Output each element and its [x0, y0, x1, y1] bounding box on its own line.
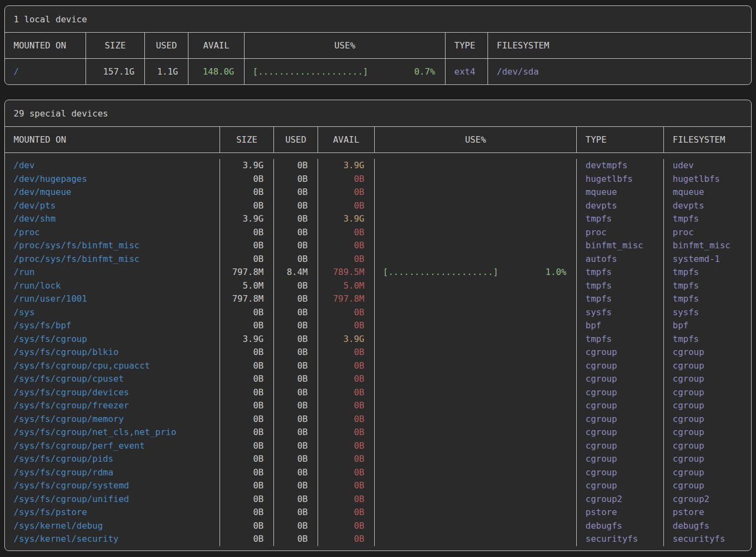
size-cell: 0B: [220, 426, 274, 439]
mount-point-cell: /sys/fs/cgroup/net_cls,net_prio: [5, 426, 220, 439]
size-cell: 0B: [220, 359, 274, 373]
used-cell: 0B: [274, 346, 318, 359]
use-percent-cell: [375, 212, 577, 226]
device-row: /sys 0B 0B 0B sysfs sysfs: [5, 306, 751, 320]
use-percent-cell: [375, 372, 577, 386]
size-cell: 0B: [220, 519, 274, 533]
usage-percent: 0.7%: [414, 59, 435, 84]
used-cell: 0B: [274, 426, 318, 439]
avail-cell: 0B: [318, 359, 375, 373]
type-cell: pstore: [577, 506, 664, 519]
filesystem-cell: cgroup: [664, 346, 751, 359]
device-row: /sys/fs/cgroup/rdma 0B 0B 0B cgroup cgro…: [5, 466, 751, 480]
type-cell: cgroup: [577, 372, 664, 386]
used-cell: 0B: [274, 159, 318, 173]
mount-point-cell: /sys/fs/pstore: [5, 506, 220, 519]
filesystem-cell: securityfs: [664, 532, 751, 546]
avail-cell: 0B: [318, 346, 375, 359]
filesystem-cell: proc: [664, 226, 751, 240]
filesystem-cell: hugetlbfs: [664, 173, 751, 186]
filesystem-cell: cgroup: [664, 466, 751, 480]
used-cell: 0B: [274, 493, 318, 506]
device-row: /proc/sys/fs/binfmt_misc 0B 0B 0B binfmt…: [5, 239, 751, 253]
device-row: /proc 0B 0B 0B proc proc: [5, 226, 751, 240]
filesystem-cell: bpf: [664, 319, 751, 333]
header-type: TYPE: [446, 33, 488, 58]
usage-bar: [....................]: [253, 59, 368, 84]
mount-point-cell: /sys/fs/cgroup/cpu,cpuacct: [5, 359, 220, 373]
filesystem-cell: /dev/sda: [488, 59, 751, 84]
size-cell: 0B: [220, 399, 274, 413]
use-percent-cell: [375, 226, 577, 240]
type-cell: autofs: [577, 253, 664, 266]
device-row: /run/user/1001 797.8M 0B 797.8M tmpfs tm…: [5, 292, 751, 306]
device-row: /sys/fs/cgroup/blkio 0B 0B 0B cgroup cgr…: [5, 346, 751, 359]
type-cell: cgroup: [577, 346, 664, 359]
avail-cell: 0B: [318, 186, 375, 199]
header-avail: AVAIL: [318, 127, 375, 152]
used-cell: 0B: [274, 253, 318, 266]
mount-point-cell: /proc/sys/fs/binfmt_misc: [5, 239, 220, 253]
avail-cell: 0B: [318, 226, 375, 240]
mount-point-cell: /sys/fs/cgroup/blkio: [5, 346, 220, 359]
use-percent-cell: [375, 399, 577, 413]
used-cell: 0B: [274, 413, 318, 426]
size-cell: 0B: [220, 226, 274, 240]
use-percent-cell: [375, 506, 577, 519]
avail-cell: 5.0M: [318, 279, 375, 293]
header-filesystem: FILESYSTEM: [664, 127, 751, 152]
avail-cell: 0B: [318, 413, 375, 426]
header-avail: AVAIL: [188, 33, 245, 58]
used-cell: 0B: [274, 306, 318, 320]
type-cell: securityfs: [577, 532, 664, 546]
avail-cell: 0B: [318, 466, 375, 480]
device-row: /sys/fs/cgroup/net_cls,net_prio 0B 0B 0B…: [5, 426, 751, 439]
header-used: USED: [145, 33, 188, 58]
size-cell: 0B: [220, 319, 274, 333]
header-use-pct: USE%: [245, 33, 446, 58]
used-cell: 0B: [274, 279, 318, 293]
used-cell: 0B: [274, 479, 318, 493]
type-cell: bpf: [577, 319, 664, 333]
filesystem-cell: sysfs: [664, 306, 751, 320]
device-row: /run 797.8M 8.4M 789.5M [...............…: [5, 266, 751, 279]
special-devices-title: 29 special devices: [5, 100, 751, 127]
avail-cell: 0B: [318, 253, 375, 266]
avail-cell: 0B: [318, 239, 375, 253]
used-cell: 0B: [274, 466, 318, 480]
device-row: /run/lock 5.0M 0B 5.0M tmpfs tmpfs: [5, 279, 751, 293]
use-percent-cell: [375, 253, 577, 266]
device-row: /dev 3.9G 0B 3.9G devtmpfs udev: [5, 159, 751, 173]
type-cell: cgroup2: [577, 493, 664, 506]
use-percent-cell: [375, 173, 577, 186]
type-cell: tmpfs: [577, 292, 664, 306]
device-row: /sys/fs/bpf 0B 0B 0B bpf bpf: [5, 319, 751, 333]
size-cell: 0B: [220, 506, 274, 519]
avail-cell: 0B: [318, 506, 375, 519]
device-row: /sys/fs/cgroup 3.9G 0B 3.9G tmpfs tmpfs: [5, 333, 751, 346]
type-cell: cgroup: [577, 466, 664, 480]
used-cell: 0B: [274, 239, 318, 253]
usage-percent: 1.0%: [545, 266, 566, 279]
filesystem-cell: tmpfs: [664, 266, 751, 279]
type-cell: cgroup: [577, 386, 664, 400]
filesystem-cell: cgroup: [664, 439, 751, 453]
size-cell: 0B: [220, 239, 274, 253]
used-cell: 0B: [274, 292, 318, 306]
avail-cell: 0B: [318, 532, 375, 546]
mount-point-cell: /proc: [5, 226, 220, 240]
used-cell: 0B: [274, 186, 318, 199]
used-cell: 0B: [274, 173, 318, 186]
used-cell: 0B: [274, 319, 318, 333]
use-percent-cell: [375, 386, 577, 400]
size-cell: 0B: [220, 199, 274, 213]
mount-point-cell: /sys/kernel/security: [5, 532, 220, 546]
header-type: TYPE: [577, 127, 664, 152]
filesystem-cell: cgroup: [664, 452, 751, 466]
filesystem-cell: tmpfs: [664, 279, 751, 293]
use-percent-cell: [375, 493, 577, 506]
use-percent-cell: [375, 279, 577, 293]
mount-point-cell: /sys/fs/cgroup/rdma: [5, 466, 220, 480]
size-cell: 0B: [220, 479, 274, 493]
filesystem-cell: cgroup: [664, 479, 751, 493]
